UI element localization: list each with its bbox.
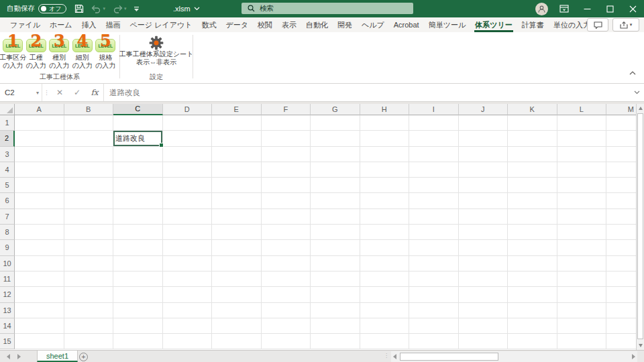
- cell-A3[interactable]: [15, 147, 64, 162]
- cell-J7[interactable]: [459, 209, 508, 225]
- cell-M9[interactable]: [606, 240, 636, 255]
- vertical-scroll-thumb[interactable]: [637, 113, 643, 339]
- cell-B2[interactable]: [64, 131, 114, 146]
- cell-A9[interactable]: [15, 240, 64, 255]
- cell-B9[interactable]: [64, 240, 114, 255]
- column-header-A[interactable]: A: [15, 104, 64, 115]
- cell-K2[interactable]: [508, 131, 557, 146]
- cell-C9[interactable]: [113, 240, 163, 255]
- cell-F9[interactable]: [262, 240, 311, 255]
- cell-L2[interactable]: [557, 131, 607, 146]
- cell-I13[interactable]: [409, 303, 459, 318]
- cell-K1[interactable]: [508, 115, 557, 131]
- tab-keisansho[interactable]: 計算書: [517, 17, 549, 32]
- row-header-3[interactable]: 3: [0, 147, 15, 162]
- cell-D14[interactable]: [163, 318, 213, 334]
- cell-H8[interactable]: [360, 225, 410, 240]
- cell-J15[interactable]: [459, 334, 508, 349]
- search-input[interactable]: 検索: [241, 3, 413, 14]
- cell-M11[interactable]: [606, 272, 636, 287]
- row-header-4[interactable]: 4: [0, 162, 15, 178]
- cell-J2[interactable]: [459, 131, 508, 146]
- row-header-6[interactable]: 6: [0, 193, 15, 208]
- cell-E14[interactable]: [212, 318, 262, 334]
- cell-H7[interactable]: [360, 209, 410, 225]
- cell-D7[interactable]: [163, 209, 213, 225]
- cell-F15[interactable]: [262, 334, 311, 349]
- cell-E1[interactable]: [212, 115, 262, 131]
- level3-input-button[interactable]: LEVEL 3 種別 の入力: [48, 32, 71, 69]
- cell-K4[interactable]: [508, 162, 557, 178]
- cell-B14[interactable]: [64, 318, 114, 334]
- name-box[interactable]: C2 ▾: [0, 84, 42, 101]
- cell-K14[interactable]: [508, 318, 557, 334]
- cell-B4[interactable]: [64, 162, 114, 178]
- row-header-13[interactable]: 13: [0, 303, 15, 318]
- cell-H12[interactable]: [360, 287, 410, 302]
- column-header-L[interactable]: L: [557, 104, 607, 115]
- cell-H3[interactable]: [360, 147, 410, 162]
- tab-file[interactable]: ファイル: [5, 17, 45, 32]
- cell-F6[interactable]: [262, 193, 311, 208]
- cell-L10[interactable]: [557, 256, 607, 272]
- cell-E9[interactable]: [212, 240, 262, 255]
- level4-input-button[interactable]: LEVEL 4 細別 の入力: [71, 32, 95, 69]
- cell-H11[interactable]: [360, 272, 410, 287]
- maximize-button[interactable]: [598, 0, 621, 17]
- cell-I10[interactable]: [409, 256, 459, 272]
- cell-K8[interactable]: [508, 225, 557, 240]
- cell-C7[interactable]: [113, 209, 163, 225]
- cell-D12[interactable]: [163, 287, 213, 302]
- cell-L7[interactable]: [557, 209, 607, 225]
- tab-help[interactable]: ヘルプ: [357, 17, 389, 32]
- cell-C15[interactable]: [113, 334, 163, 349]
- cell-G8[interactable]: [311, 225, 360, 240]
- cell-J4[interactable]: [459, 162, 508, 178]
- cell-I9[interactable]: [409, 240, 459, 255]
- column-header-F[interactable]: F: [262, 104, 311, 115]
- cell-B1[interactable]: [64, 115, 114, 131]
- cancel-button[interactable]: ✕: [51, 88, 68, 97]
- cell-B3[interactable]: [64, 147, 114, 162]
- cell-G14[interactable]: [311, 318, 360, 334]
- cell-C8[interactable]: [113, 225, 163, 240]
- cell-H2[interactable]: [360, 131, 410, 146]
- next-sheet-button[interactable]: [17, 354, 21, 359]
- cell-H5[interactable]: [360, 178, 410, 193]
- cell-K10[interactable]: [508, 256, 557, 272]
- cell-B15[interactable]: [64, 334, 114, 349]
- select-all-corner[interactable]: [0, 104, 15, 115]
- cell-J14[interactable]: [459, 318, 508, 334]
- cell-L3[interactable]: [557, 147, 607, 162]
- cell-J9[interactable]: [459, 240, 508, 255]
- cell-K6[interactable]: [508, 193, 557, 208]
- cell-H10[interactable]: [360, 256, 410, 272]
- cell-D11[interactable]: [163, 272, 213, 287]
- ribbon-display-options-button[interactable]: [553, 0, 576, 17]
- row-header-9[interactable]: 9: [0, 240, 15, 255]
- cell-G2[interactable]: [311, 131, 360, 146]
- share-button[interactable]: ▾: [612, 18, 639, 32]
- collapse-ribbon-button[interactable]: [629, 66, 636, 78]
- cell-F3[interactable]: [262, 147, 311, 162]
- tab-easy-tools[interactable]: 簡単ツール: [424, 17, 471, 32]
- cell-B6[interactable]: [64, 193, 114, 208]
- cell-L11[interactable]: [557, 272, 607, 287]
- previous-sheet-button[interactable]: [7, 354, 10, 359]
- cell-L13[interactable]: [557, 303, 607, 318]
- level5-input-button[interactable]: LEVEL 5 規格 の入力: [94, 32, 117, 69]
- row-header-7[interactable]: 7: [0, 209, 15, 225]
- row-header-1[interactable]: 1: [0, 115, 15, 131]
- cell-M14[interactable]: [606, 318, 636, 334]
- cell-L8[interactable]: [557, 225, 607, 240]
- cell-G6[interactable]: [311, 193, 360, 208]
- cell-F14[interactable]: [262, 318, 311, 334]
- expand-formula-bar-button[interactable]: [629, 84, 644, 101]
- row-header-2[interactable]: 2: [0, 131, 15, 146]
- cell-E8[interactable]: [212, 225, 262, 240]
- cell-M7[interactable]: [606, 209, 636, 225]
- tab-review[interactable]: 校閲: [253, 17, 277, 32]
- cell-M13[interactable]: [606, 303, 636, 318]
- tab-developer[interactable]: 開発: [333, 17, 357, 32]
- cell-B11[interactable]: [64, 272, 114, 287]
